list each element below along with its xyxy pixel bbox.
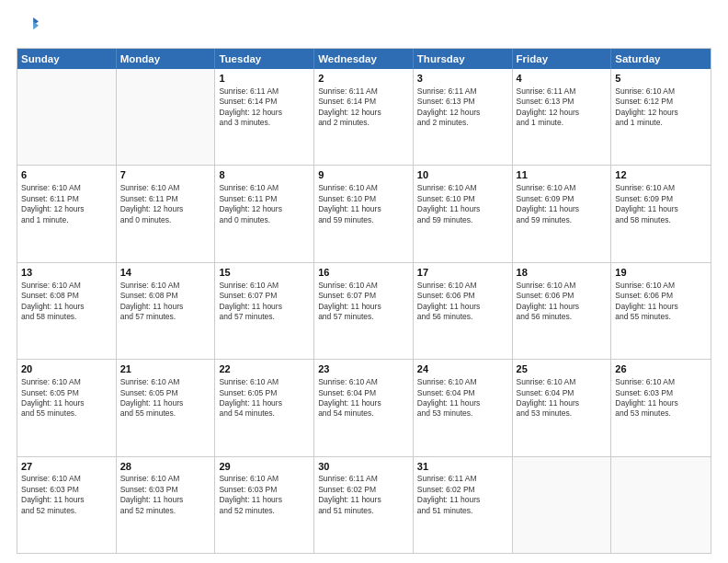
day-info: and 1 minute.	[21, 215, 112, 225]
day-info: and 57 minutes.	[219, 312, 310, 322]
day-info: Daylight: 11 hours	[219, 302, 310, 312]
cal-cell: 8Sunrise: 6:10 AMSunset: 6:11 PMDaylight…	[215, 166, 314, 261]
cal-cell: 15Sunrise: 6:10 AMSunset: 6:07 PMDayligh…	[215, 263, 314, 359]
day-number: 8	[219, 168, 310, 182]
day-number: 15	[219, 266, 310, 280]
day-info: and 59 minutes.	[517, 215, 608, 225]
header	[17, 15, 711, 39]
day-number: 6	[21, 168, 112, 182]
day-info: Daylight: 11 hours	[517, 398, 608, 408]
cal-cell: 4Sunrise: 6:11 AMSunset: 6:13 PMDaylight…	[513, 69, 612, 165]
cal-cell: 29Sunrise: 6:10 AMSunset: 6:03 PMDayligh…	[215, 457, 314, 553]
day-info: Sunset: 6:09 PM	[517, 194, 608, 204]
cal-cell: 28Sunrise: 6:10 AMSunset: 6:03 PMDayligh…	[117, 457, 216, 553]
day-info: Sunrise: 6:10 AM	[318, 377, 409, 387]
day-info: Sunrise: 6:10 AM	[219, 183, 310, 193]
day-info: and 55 minutes.	[120, 408, 211, 419]
day-number: 26	[615, 362, 707, 376]
day-info: Sunset: 6:13 PM	[417, 97, 508, 107]
day-info: Sunrise: 6:10 AM	[120, 281, 211, 291]
cal-cell	[611, 457, 711, 553]
day-number: 7	[120, 168, 211, 182]
day-info: Sunset: 6:02 PM	[417, 485, 508, 495]
day-number: 24	[417, 362, 508, 376]
calendar: SundayMondayTuesdayWednesdayThursdayFrid…	[17, 48, 711, 554]
day-info: Sunset: 6:08 PM	[21, 291, 112, 301]
page: SundayMondayTuesdayWednesdayThursdayFrid…	[0, 0, 728, 563]
day-info: Sunrise: 6:11 AM	[417, 474, 508, 484]
day-info: Sunset: 6:04 PM	[318, 388, 409, 398]
day-info: Sunset: 6:03 PM	[219, 485, 310, 495]
calendar-header: SundayMondayTuesdayWednesdayThursdayFrid…	[17, 49, 711, 69]
cal-cell: 11Sunrise: 6:10 AMSunset: 6:09 PMDayligh…	[513, 166, 612, 261]
day-info: and 57 minutes.	[318, 312, 409, 322]
day-info: Daylight: 11 hours	[615, 398, 707, 408]
day-info: and 52 minutes.	[21, 506, 112, 516]
day-info: and 54 minutes.	[318, 408, 409, 419]
day-number: 29	[219, 460, 310, 474]
day-info: Sunrise: 6:10 AM	[517, 377, 608, 387]
day-number: 23	[318, 362, 409, 376]
day-info: Sunset: 6:06 PM	[517, 291, 608, 301]
day-info: and 51 minutes.	[318, 506, 409, 516]
day-info: and 56 minutes.	[517, 312, 608, 322]
day-info: Daylight: 11 hours	[517, 204, 608, 214]
cal-cell	[17, 69, 117, 165]
day-number: 10	[417, 168, 508, 182]
calendar-body: 1Sunrise: 6:11 AMSunset: 6:14 PMDaylight…	[17, 69, 711, 553]
day-info: Sunrise: 6:11 AM	[417, 86, 508, 97]
cal-cell: 22Sunrise: 6:10 AMSunset: 6:05 PMDayligh…	[215, 360, 314, 455]
cal-week-5: 27Sunrise: 6:10 AMSunset: 6:03 PMDayligh…	[17, 457, 711, 553]
day-info: and 53 minutes.	[417, 408, 508, 419]
day-info: Sunrise: 6:10 AM	[120, 183, 211, 193]
day-info: Sunrise: 6:10 AM	[21, 377, 112, 387]
day-number: 30	[318, 460, 409, 474]
cal-cell: 6Sunrise: 6:10 AMSunset: 6:11 PMDaylight…	[17, 166, 117, 261]
cal-cell: 7Sunrise: 6:10 AMSunset: 6:11 PMDaylight…	[117, 166, 216, 261]
day-info: Daylight: 11 hours	[120, 302, 211, 312]
day-info: Sunset: 6:02 PM	[318, 485, 409, 495]
cal-header-monday: Monday	[117, 49, 216, 69]
day-info: Sunrise: 6:11 AM	[318, 474, 409, 484]
day-info: Sunrise: 6:11 AM	[219, 86, 310, 97]
day-info: Daylight: 11 hours	[21, 302, 112, 312]
day-info: Daylight: 12 hours	[219, 108, 310, 118]
day-info: and 55 minutes.	[615, 312, 707, 322]
cal-header-friday: Friday	[513, 49, 612, 69]
day-info: and 3 minutes.	[219, 118, 310, 128]
cal-cell: 1Sunrise: 6:11 AMSunset: 6:14 PMDaylight…	[215, 69, 314, 165]
cal-cell: 20Sunrise: 6:10 AMSunset: 6:05 PMDayligh…	[17, 360, 117, 455]
day-info: Sunrise: 6:10 AM	[417, 183, 508, 193]
day-info: Sunset: 6:10 PM	[417, 194, 508, 204]
cal-cell: 13Sunrise: 6:10 AMSunset: 6:08 PMDayligh…	[17, 263, 117, 359]
cal-cell: 30Sunrise: 6:11 AMSunset: 6:02 PMDayligh…	[314, 457, 414, 553]
day-info: and 58 minutes.	[21, 312, 112, 322]
day-info: Sunrise: 6:10 AM	[615, 183, 707, 193]
day-info: Sunset: 6:08 PM	[120, 291, 211, 301]
day-info: and 1 minute.	[517, 118, 608, 128]
day-info: and 1 minute.	[615, 118, 707, 128]
cal-header-tuesday: Tuesday	[215, 49, 314, 69]
day-info: Sunrise: 6:10 AM	[120, 377, 211, 387]
day-info: Daylight: 11 hours	[417, 204, 508, 214]
day-info: Sunset: 6:05 PM	[120, 388, 211, 398]
day-number: 9	[318, 168, 409, 182]
day-info: Sunrise: 6:10 AM	[318, 183, 409, 193]
day-info: Sunrise: 6:10 AM	[517, 183, 608, 193]
cal-cell: 14Sunrise: 6:10 AMSunset: 6:08 PMDayligh…	[117, 263, 216, 359]
day-number: 20	[21, 362, 112, 376]
day-info: Daylight: 11 hours	[219, 495, 310, 505]
day-info: Daylight: 12 hours	[417, 108, 508, 118]
day-info: and 54 minutes.	[219, 408, 310, 419]
cal-cell: 24Sunrise: 6:10 AMSunset: 6:04 PMDayligh…	[414, 360, 513, 455]
cal-cell: 25Sunrise: 6:10 AMSunset: 6:04 PMDayligh…	[513, 360, 612, 455]
day-info: Daylight: 11 hours	[120, 398, 211, 408]
day-number: 13	[21, 266, 112, 280]
day-number: 16	[318, 266, 409, 280]
day-info: and 59 minutes.	[318, 215, 409, 225]
day-info: Daylight: 11 hours	[517, 302, 608, 312]
cal-cell: 19Sunrise: 6:10 AMSunset: 6:06 PMDayligh…	[611, 263, 711, 359]
cal-cell	[513, 457, 612, 553]
cal-cell: 21Sunrise: 6:10 AMSunset: 6:05 PMDayligh…	[117, 360, 216, 455]
day-number: 19	[615, 266, 707, 280]
